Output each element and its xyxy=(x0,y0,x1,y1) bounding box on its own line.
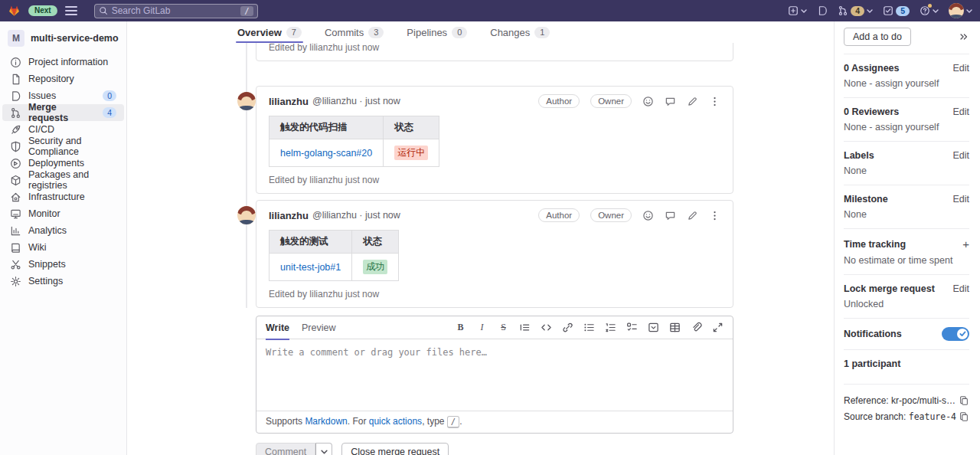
comment-bubble-icon[interactable] xyxy=(665,96,676,107)
collapsible-section-icon[interactable] xyxy=(648,322,659,333)
table-header: 触发的代码扫描 xyxy=(270,116,384,139)
comment-author-name[interactable]: lilianzhu xyxy=(269,96,309,107)
comment-meta: @lilianzhu · just now xyxy=(312,210,400,221)
comment-actions: Comment Close merge request xyxy=(256,443,733,455)
job-link[interactable]: helm-golang-scan#20 xyxy=(280,148,372,159)
edited-note: Edited by lilianzhu just now xyxy=(269,43,720,53)
project-avatar: M xyxy=(8,30,24,47)
assignees-edit-button[interactable]: Edit xyxy=(952,63,969,74)
edit-pencil-icon[interactable] xyxy=(687,210,698,221)
help-menu-button[interactable] xyxy=(920,5,939,16)
bold-icon[interactable]: B xyxy=(455,322,466,333)
sidebar-toggle-icon[interactable] xyxy=(65,6,77,15)
milestone-value: None xyxy=(844,209,969,220)
sidebar-item-infrastructure[interactable]: Infrastructure xyxy=(2,188,124,205)
status-badge: 成功 xyxy=(363,260,387,274)
collapse-sidebar-icon[interactable] xyxy=(959,31,969,42)
tab-label: Pipelines xyxy=(407,27,447,38)
assignees-value[interactable]: None - assign yourself xyxy=(844,78,969,89)
gear-icon xyxy=(10,276,21,287)
merge-request-icon xyxy=(838,5,848,16)
sidebar-item-analytics[interactable]: Analytics xyxy=(2,222,124,239)
close-merge-request-button[interactable]: Close merge request xyxy=(341,443,449,455)
comment-author-name[interactable]: lilianzhu xyxy=(269,210,309,221)
sidebar-item-project-information[interactable]: Project information xyxy=(2,54,124,70)
tab-changes[interactable]: Changes 1 xyxy=(490,21,550,43)
add-todo-button[interactable]: Add a to do xyxy=(844,28,911,46)
comment-author-avatar[interactable] xyxy=(237,206,256,224)
notifications-toggle[interactable] xyxy=(942,327,969,341)
task-list-icon[interactable] xyxy=(626,322,638,333)
reviewers-value[interactable]: None - assign yourself xyxy=(844,122,969,133)
package-icon xyxy=(10,175,21,186)
search-input[interactable] xyxy=(112,5,211,16)
italic-icon[interactable]: I xyxy=(476,322,488,333)
time-tracking-value: No estimate or time spent xyxy=(844,255,969,266)
user-menu-button[interactable] xyxy=(949,3,972,18)
sidebar-item-settings[interactable]: Settings xyxy=(2,273,124,290)
footer-text: , type xyxy=(422,416,447,427)
global-search[interactable]: / xyxy=(94,4,258,18)
sidebar-item-label: Merge requests xyxy=(28,102,96,123)
tab-commits[interactable]: Commits 3 xyxy=(325,21,384,43)
sidebar-item-repository[interactable]: Repository xyxy=(2,70,124,87)
sidebar-item-merge-requests[interactable]: Merge requests 4 xyxy=(2,104,124,121)
next-badge: Next xyxy=(28,5,57,16)
quick-actions-link[interactable]: quick actions xyxy=(369,416,422,427)
bullet-list-icon[interactable] xyxy=(583,322,595,333)
code-icon[interactable] xyxy=(541,322,552,333)
tab-pipelines[interactable]: Pipelines 0 xyxy=(407,21,467,43)
copy-branch-icon[interactable] xyxy=(959,411,969,422)
todos-shortcut-button[interactable]: 5 xyxy=(883,5,910,16)
new-menu-button[interactable] xyxy=(788,5,807,16)
comment-options-caret[interactable] xyxy=(315,443,332,455)
labels-edit-button[interactable]: Edit xyxy=(952,150,969,161)
strikethrough-icon[interactable]: S xyxy=(498,322,509,333)
issues-shortcut-button[interactable] xyxy=(817,5,828,16)
tab-count-badge: 3 xyxy=(368,27,384,38)
sidebar-item-packages-and-registries[interactable]: Packages and registries xyxy=(2,172,124,188)
tab-overview[interactable]: Overview 7 xyxy=(237,21,302,43)
fullscreen-icon[interactable] xyxy=(712,322,724,333)
quote-icon[interactable] xyxy=(519,322,531,333)
sidebar-item-wiki[interactable]: Wiki xyxy=(2,239,124,256)
table-icon[interactable] xyxy=(669,322,681,333)
tab-label: Changes xyxy=(490,27,530,38)
project-header[interactable]: M multi-service-demo xyxy=(0,28,126,54)
job-link[interactable]: unit-test-job#1 xyxy=(280,262,341,273)
comment-button[interactable]: Comment xyxy=(256,443,315,455)
sidebar-item-monitor[interactable]: Monitor xyxy=(2,205,124,222)
lock-value: Unlocked xyxy=(844,299,969,309)
emoji-icon[interactable] xyxy=(642,96,654,107)
numbered-list-icon[interactable] xyxy=(605,322,616,333)
comment-textarea[interactable] xyxy=(256,339,733,408)
emoji-icon[interactable] xyxy=(642,210,654,221)
editor-tab-preview[interactable]: Preview xyxy=(302,316,335,339)
time-tracking-add-button[interactable]: + xyxy=(962,237,969,250)
attach-file-icon[interactable] xyxy=(691,322,702,333)
chevron-down-icon xyxy=(801,9,807,13)
comment-bubble-icon[interactable] xyxy=(665,210,676,221)
edit-pencil-icon[interactable] xyxy=(687,96,698,107)
milestone-edit-button[interactable]: Edit xyxy=(952,194,969,205)
sidebar-item-snippets[interactable]: Snippets xyxy=(2,256,124,273)
merge-requests-shortcut-button[interactable]: 4 xyxy=(838,5,873,16)
sidebar-item-security-and-compliance[interactable]: Security and Compliance xyxy=(2,138,124,155)
editor-tab-write[interactable]: Write xyxy=(266,316,289,339)
gitlab-logo-icon[interactable] xyxy=(8,5,21,17)
comment: lilianzhu @lilianzhu · just now Author O… xyxy=(256,200,733,308)
kebab-menu-icon[interactable] xyxy=(709,96,720,107)
copy-reference-icon[interactable] xyxy=(959,395,969,406)
footer-text: . xyxy=(459,416,462,427)
milestone-title: Milestone xyxy=(844,194,888,205)
notification-dot xyxy=(928,4,932,8)
reviewers-edit-button[interactable]: Edit xyxy=(952,106,969,117)
markdown-link[interactable]: Markdown xyxy=(305,416,347,427)
project-info-icon xyxy=(10,57,21,68)
chevron-down-icon xyxy=(966,9,972,13)
comment-author-avatar[interactable] xyxy=(237,92,256,110)
book-icon xyxy=(10,242,21,254)
kebab-menu-icon[interactable] xyxy=(709,210,720,221)
lock-edit-button[interactable]: Edit xyxy=(952,283,969,294)
link-icon[interactable] xyxy=(562,322,573,333)
